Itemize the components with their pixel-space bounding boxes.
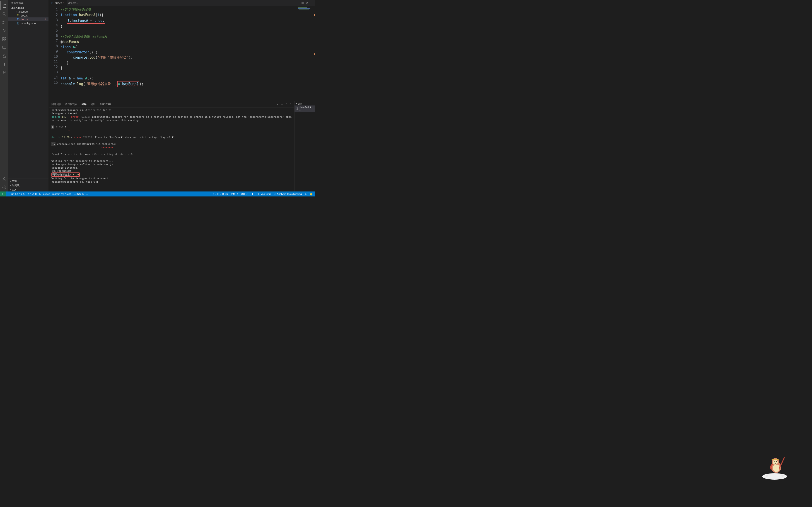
terminal-list: ▸zsh ⦿JavaScript ...: [294, 101, 315, 191]
accounts-icon[interactable]: [0, 175, 8, 183]
terminal-dropdown-icon[interactable]: ⌄: [281, 103, 283, 106]
tab-title: dec.ts: [55, 1, 62, 5]
ts-file-icon: TS: [51, 2, 53, 4]
more-actions-icon[interactable]: ⋯: [311, 1, 313, 5]
svg-point-2: [2, 23, 3, 24]
status-bar: Go 1.17.6⚠ ⊗ 1 ⚠ 0 ▷ Launch Program (es7…: [0, 191, 315, 196]
python-icon[interactable]: [0, 68, 8, 77]
code-editor[interactable]: 123456789101112131415 //定义变量修饰函数function…: [49, 6, 315, 101]
chevron-right-icon: ›: [10, 184, 11, 187]
js-file-icon: JS: [16, 14, 20, 17]
tree-item-label: .vscode: [18, 10, 28, 13]
outline-section[interactable]: ›大纲: [8, 179, 48, 183]
terminal-output[interactable]: hackerx@macbookpro es7-test % tsc dec.ts…: [49, 108, 294, 191]
terminal-item-label: zsh: [298, 102, 302, 105]
explorer-icon[interactable]: [0, 1, 8, 10]
svg-point-0: [3, 12, 5, 15]
panel-tab-problems[interactable]: 问题1: [51, 103, 61, 106]
activity-bar: [0, 0, 8, 191]
mongodb-icon[interactable]: [0, 60, 8, 68]
svg-point-9: [3, 177, 5, 179]
workspace-root-label: ES7-TEST: [12, 7, 24, 9]
terminal-item-label: JavaScript ...: [299, 106, 313, 111]
status-vim-mode: -- INSERT --: [74, 192, 88, 195]
timeline-section[interactable]: ›时间线: [8, 183, 48, 188]
tree-item-tsconfig[interactable]: {}tsconfig.json: [8, 21, 48, 25]
error-count-badge: 1: [45, 18, 46, 21]
split-editor-icon[interactable]: ◫: [301, 1, 304, 5]
chevron-down-icon: ⌄: [10, 6, 12, 9]
line-number-gutter: 123456789101112131415: [49, 6, 60, 101]
sidebar-more-icon[interactable]: ⋯: [43, 2, 46, 5]
source-control-icon[interactable]: [0, 18, 8, 26]
svg-rect-5: [5, 37, 6, 39]
sidebar-title: 资源管理器: [11, 1, 23, 5]
json-file-icon: {}: [16, 22, 20, 24]
status-problems[interactable]: ⊗ 1 ⚠ 0: [28, 192, 37, 195]
svg-rect-4: [2, 37, 4, 39]
status-analysis-warning[interactable]: ⚠ Analysis Tools Missing: [274, 192, 302, 195]
section-label: GO: [12, 188, 16, 191]
explorer-sidebar: 资源管理器 ⋯ ⌄ ES7-TEST ›.vscode JSdec.js TSd…: [8, 0, 49, 191]
terminal-item-zsh[interactable]: ▸zsh: [295, 102, 315, 106]
editor-group: TS dec.ts 1 dec.ts/... ◫ ✕ ⋯ 12345678910…: [49, 0, 315, 191]
problem-count-badge: 1: [57, 103, 61, 106]
panel-tab-debug-console[interactable]: 调试控制台: [65, 103, 78, 106]
tree-item-label: dec.js: [20, 14, 28, 17]
extensions-icon[interactable]: [0, 35, 8, 43]
section-label: 时间线: [12, 184, 19, 187]
tree-item-label: tsconfig.json: [20, 22, 36, 25]
maximize-panel-icon[interactable]: ⌃: [285, 103, 287, 106]
chevron-right-icon: ›: [16, 10, 17, 13]
run-debug-icon[interactable]: [0, 26, 8, 35]
panel-tab-output[interactable]: 输出: [91, 103, 96, 106]
svg-rect-7: [5, 39, 6, 41]
editor-tabs-bar: TS dec.ts 1 dec.ts/... ◫ ✕ ⋯: [49, 0, 315, 6]
close-panel-icon[interactable]: ✕: [290, 103, 292, 106]
bottom-panel: 问题1 调试控制台 终端 输出 JUPYTER ＋ ⌄ ⌃ ✕ hackerx@…: [49, 101, 315, 191]
svg-rect-8: [2, 46, 6, 48]
remote-indicator[interactable]: [0, 191, 6, 196]
workspace-root[interactable]: ⌄ ES7-TEST: [8, 6, 48, 10]
section-label: 大纲: [12, 179, 17, 183]
svg-point-10: [4, 187, 5, 188]
status-cursor-position[interactable]: 行 15，列 36: [213, 192, 228, 196]
chevron-right-icon: ›: [10, 180, 11, 182]
status-indentation[interactable]: 空格: 4: [231, 192, 238, 196]
tab-dec-ts[interactable]: TS dec.ts 1: [49, 0, 66, 6]
status-encoding[interactable]: UTF-8: [241, 192, 248, 195]
remote-icon[interactable]: [0, 43, 8, 52]
new-terminal-icon[interactable]: ＋: [276, 103, 279, 106]
testing-icon[interactable]: [0, 52, 8, 60]
minimap[interactable]: [297, 6, 315, 101]
panel-tab-jupyter[interactable]: JUPYTER: [100, 103, 111, 106]
terminal-item-js-debug[interactable]: ⦿JavaScript ...: [295, 106, 315, 112]
status-language-mode[interactable]: { } TypeScript: [256, 192, 271, 195]
go-section[interactable]: ›GO: [8, 188, 48, 191]
settings-gear-icon[interactable]: [0, 183, 8, 191]
svg-point-1: [2, 20, 3, 21]
status-notifications-icon[interactable]: 🔔: [310, 192, 313, 195]
code-content[interactable]: //定义变量修饰函数function hasFuncA(t){ t.hasFun…: [60, 6, 315, 101]
tree-item-dec-js[interactable]: JSdec.js: [8, 13, 48, 17]
sidebar-title-row: 资源管理器 ⋯: [8, 0, 48, 6]
panel-tabs: 问题1 调试控制台 终端 输出 JUPYTER ＋ ⌄ ⌃ ✕: [49, 101, 294, 108]
search-icon[interactable]: [0, 10, 8, 18]
debug-icon: ⦿: [296, 107, 298, 110]
status-launch-config[interactable]: ▷ Launch Program (es7-test): [39, 192, 71, 195]
tree-item-label: dec.ts: [20, 18, 28, 21]
chevron-right-icon: ›: [10, 188, 11, 191]
close-icon[interactable]: ✕: [306, 1, 308, 5]
panel-tab-terminal[interactable]: 终端: [82, 103, 87, 107]
tree-item-vscode-folder[interactable]: ›.vscode: [8, 10, 48, 13]
panel-tab-label: 问题: [51, 103, 56, 106]
svg-point-3: [5, 22, 6, 23]
breadcrumb[interactable]: dec.ts/...: [67, 2, 78, 4]
ts-file-icon: TS: [16, 18, 20, 20]
status-eol[interactable]: LF: [251, 192, 254, 195]
tree-item-dec-ts[interactable]: TSdec.ts 1: [8, 17, 48, 21]
file-tree: ⌄ ES7-TEST ›.vscode JSdec.js TSdec.ts 1 …: [8, 6, 48, 179]
tab-error-badge: 1: [63, 2, 64, 4]
status-go-version[interactable]: Go 1.17.6⚠: [11, 192, 25, 195]
status-feedback-icon[interactable]: ☺: [305, 192, 307, 195]
